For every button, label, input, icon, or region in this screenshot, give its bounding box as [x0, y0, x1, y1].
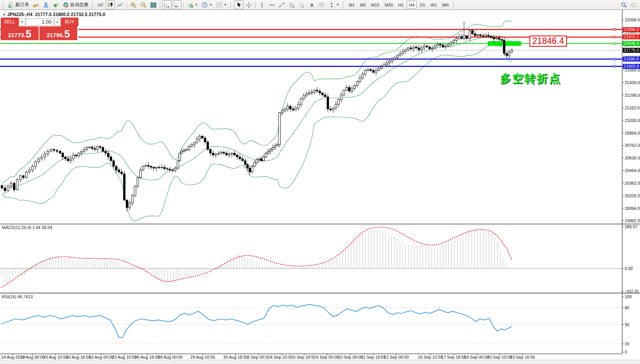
- fibonacci-button[interactable]: F: [297, 0, 306, 9]
- hline-icon: [269, 2, 275, 8]
- sell-price-quote[interactable]: 21773.5: [1, 26, 39, 40]
- svg-text:9 Sep 00:00: 9 Sep 00:00: [316, 355, 339, 359]
- fibonacci-icon: F: [299, 2, 305, 8]
- chart-ohlc-header: ▲JPN225-,H4 21777.5 21800.0 21732.5 2177…: [3, 12, 105, 17]
- buy-price-quote[interactable]: 21796.5: [39, 26, 77, 40]
- svg-text:21162.0: 21162.0: [625, 106, 640, 110]
- svg-text:185.57: 185.57: [625, 224, 638, 229]
- svg-text:21030.0: 21030.0: [625, 118, 640, 123]
- crosshair-button[interactable]: [244, 0, 253, 9]
- toolbar-grip: [92, 2, 94, 8]
- chart-area[interactable]: 22098.021966.021834.021698.021566.021430…: [0, 0, 640, 364]
- svg-text:5 Sep 18:55: 5 Sep 18:55: [293, 355, 316, 359]
- autotrade-button[interactable]: 自动交易: [61, 0, 90, 9]
- volume-decrease-button[interactable]: ▼: [19, 18, 25, 26]
- zoom-in-button[interactable]: [129, 0, 138, 9]
- chart-shift-icon: [174, 2, 180, 8]
- chart-shift-button[interactable]: [172, 0, 181, 9]
- svg-text:20 Sep 10:55: 20 Sep 10:55: [487, 355, 512, 359]
- search-button[interactable]: [619, 0, 629, 9]
- svg-text:20762.0: 20762.0: [625, 143, 640, 148]
- timeframe-w1[interactable]: W1: [428, 1, 439, 9]
- svg-text:F: F: [302, 5, 304, 8]
- template-icon: [216, 2, 222, 8]
- text-label-button[interactable]: T: [317, 0, 326, 9]
- chevron-down-icon: ▼: [209, 3, 212, 6]
- sell-button[interactable]: SELL: [1, 18, 19, 26]
- svg-text:16 Aug 00:00: 16 Aug 00:00: [20, 355, 45, 359]
- price-label-bid-21775: 21775.0: [623, 48, 640, 53]
- timeframe-m1[interactable]: M1: [347, 1, 357, 9]
- volume-increase-button[interactable]: ▲: [54, 18, 60, 26]
- search-icon: [621, 2, 627, 8]
- svg-text:20494.0: 20494.0: [625, 168, 640, 173]
- clock-icon: [202, 2, 208, 8]
- timeframe-m5[interactable]: M5: [358, 1, 368, 9]
- svg-text:19962.0: 19962.0: [625, 218, 640, 223]
- svg-text:20226.0: 20226.0: [625, 193, 640, 198]
- pivot-annotation-text: 多空转折点: [500, 71, 561, 86]
- eraser-button[interactable]: [31, 0, 41, 9]
- text-button[interactable]: A: [307, 0, 316, 9]
- signals-button[interactable]: [51, 0, 60, 9]
- timeframe-m15[interactable]: M15: [369, 1, 381, 9]
- vline-icon: [259, 2, 265, 8]
- price-label-resistance-21915: 21915.1: [623, 34, 640, 39]
- svg-text:22 Aug 00:00: 22 Aug 00:00: [89, 355, 114, 359]
- new-order-icon: [8, 2, 14, 8]
- svg-text:80: 80: [625, 306, 629, 310]
- chevron-down-icon: ▼: [195, 3, 198, 6]
- svg-text:0.00: 0.00: [625, 266, 633, 271]
- price-callout-box[interactable]: 21846.4: [529, 36, 567, 47]
- timeframe-mn[interactable]: MN: [440, 1, 451, 9]
- channel-icon: E: [289, 2, 295, 8]
- svg-text:19 Aug 10:55: 19 Aug 10:55: [43, 355, 68, 359]
- toolbar-separator: [453, 1, 453, 8]
- timeframe-h4[interactable]: H4: [407, 1, 417, 9]
- price-label-resistance-21996: 21996.0: [623, 27, 640, 32]
- eraser-icon: [33, 2, 39, 8]
- tile-windows-button[interactable]: [149, 0, 158, 9]
- auto-scroll-button[interactable]: [162, 0, 171, 9]
- timeframe-d1[interactable]: D1: [417, 1, 427, 9]
- toolbar-separator: [183, 1, 184, 8]
- community-button[interactable]: [41, 0, 50, 9]
- svg-text:17 Sep 18:55: 17 Sep 18:55: [441, 355, 466, 359]
- horizontal-line-button[interactable]: [267, 0, 277, 9]
- symbol-timeframe-label: JPN225-,H4: [7, 12, 33, 17]
- volume-input[interactable]: [26, 18, 54, 26]
- bar-chart-button[interactable]: [96, 0, 105, 9]
- collapse-panel-icon[interactable]: ▲: [3, 13, 6, 16]
- toolbar-separator: [127, 1, 127, 8]
- zoom-out-button[interactable]: [139, 0, 148, 9]
- svg-text:E: E: [293, 5, 295, 8]
- svg-text:20 Aug 18:55: 20 Aug 18:55: [66, 355, 91, 359]
- channel-button[interactable]: E: [287, 0, 296, 9]
- svg-text:20894.0: 20894.0: [625, 131, 640, 135]
- trendline-button[interactable]: [277, 0, 287, 9]
- timeframe-h1[interactable]: H1: [396, 1, 406, 9]
- crosshair-icon: [246, 2, 252, 8]
- candle-chart-button[interactable]: [106, 0, 115, 9]
- toolbar-separator: [255, 1, 256, 8]
- label-icon: T: [319, 2, 325, 8]
- zoom-out-icon: [140, 2, 147, 8]
- chat-button[interactable]: [629, 0, 638, 9]
- svg-text:26 Aug 18:55: 26 Aug 18:55: [135, 355, 160, 359]
- line-chart-button[interactable]: [116, 0, 125, 9]
- svg-text:A: A: [310, 2, 314, 8]
- templates-button[interactable]: ▼: [215, 0, 228, 9]
- arrows-button[interactable]: ▼: [327, 0, 341, 9]
- indicators-button[interactable]: ▼: [186, 0, 199, 9]
- new-order-button[interactable]: 新订单: [7, 0, 31, 9]
- line-chart-icon: [117, 2, 123, 8]
- cursor-button[interactable]: [234, 0, 243, 9]
- timeframe-m30[interactable]: M30: [383, 1, 395, 9]
- svg-text:3 Sep 00:00: 3 Sep 00:00: [247, 355, 270, 359]
- svg-text:28 Aug 00:00: 28 Aug 00:00: [158, 355, 183, 359]
- buy-button[interactable]: BUY: [61, 18, 79, 26]
- community-icon: [43, 2, 49, 8]
- vertical-line-button[interactable]: [257, 0, 267, 9]
- svg-text:13 Sep 00:00: 13 Sep 00:00: [384, 355, 409, 359]
- periods-button[interactable]: ▼: [200, 0, 214, 9]
